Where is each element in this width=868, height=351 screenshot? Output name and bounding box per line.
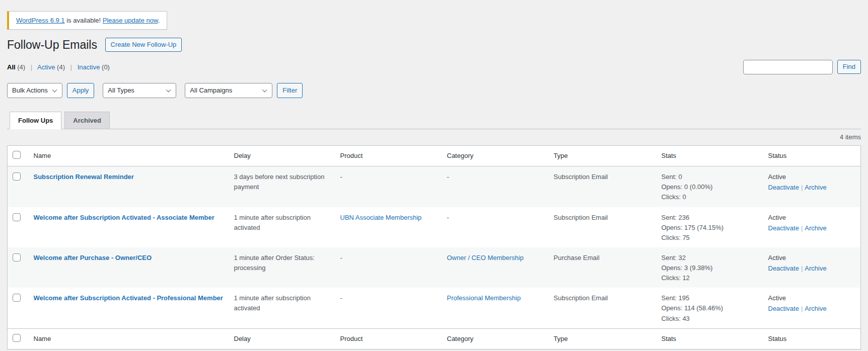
column-header-product: Product — [335, 145, 442, 166]
items-count: 4 items — [840, 133, 861, 141]
stats-cell: Sent: 0 Opens: 0 (0.00%) Clicks: 0 — [657, 166, 763, 207]
product-cell: - — [335, 166, 442, 207]
row-checkbox[interactable] — [13, 172, 21, 181]
action-separator: | — [801, 305, 803, 312]
type-cell: Subscription Email — [549, 288, 657, 328]
admin-content: WordPress 6.9.1 is available! Please upd… — [0, 0, 868, 349]
delay-cell: 1 minute after subscription activated — [229, 288, 335, 328]
stat-sent: Sent: 32 — [662, 253, 758, 263]
row-checkbox[interactable] — [13, 213, 21, 221]
update-notice: WordPress 6.9.1 is available! Please upd… — [7, 11, 167, 30]
deactivate-link[interactable]: Deactivate — [768, 224, 799, 232]
product-link[interactable]: UBN Associate Membership — [340, 214, 422, 221]
view-active[interactable]: Active — [37, 63, 55, 71]
stat-opens: Opens: 0 (0.00%) — [662, 182, 758, 192]
table-body: Subscription Renewal Reminder 3 days bef… — [8, 166, 861, 329]
email-name-link[interactable]: Welcome after Purchase - Owner/CEO — [34, 254, 152, 261]
campaign-filter-select[interactable]: All Campaigns — [185, 83, 272, 98]
create-new-follow-up-button[interactable]: Create New Follow-Up — [105, 38, 182, 52]
product-cell: - — [335, 247, 442, 288]
stat-sent: Sent: 236 — [662, 213, 758, 223]
status-badge: Active — [768, 214, 786, 221]
status-cell: Active Deactivate|Archive — [763, 166, 861, 207]
wordpress-version-link[interactable]: WordPress 6.9.1 — [16, 17, 65, 24]
view-separator: | — [31, 63, 32, 71]
stat-clicks: Clicks: 43 — [662, 314, 758, 324]
update-now-link[interactable]: Please update now — [103, 17, 158, 24]
tab-follow-ups[interactable]: Follow Ups — [10, 112, 61, 129]
notice-text: is available! — [65, 17, 103, 24]
view-all-count: (4) — [17, 63, 25, 71]
email-name-link[interactable]: Subscription Renewal Reminder — [34, 173, 134, 181]
action-separator: | — [801, 184, 803, 191]
bulk-actions-select[interactable]: Bulk Actions — [7, 83, 62, 98]
type-filter-select[interactable]: All Types — [103, 83, 176, 98]
table-row: Welcome after Subscription Activated - P… — [8, 288, 861, 328]
column-header-stats: Stats — [657, 145, 763, 166]
product-cell: - — [335, 288, 442, 328]
delay-cell: 1 minute after subscription activated — [229, 207, 335, 247]
column-footer-stats: Stats — [657, 328, 763, 349]
column-header-type: Type — [549, 145, 657, 166]
column-header-delay: Delay — [229, 145, 335, 166]
stat-sent: Sent: 0 — [662, 172, 758, 182]
email-name-link[interactable]: Welcome after Subscription Activated - P… — [34, 294, 223, 302]
table-row: Subscription Renewal Reminder 3 days bef… — [8, 166, 861, 207]
views-row: All (4) | Active (4) | Inactive (0) Find — [7, 60, 861, 74]
table-footer-row: Name Delay Product Category Type Stats S… — [8, 328, 861, 349]
column-header-category: Category — [442, 145, 549, 166]
tab-archived[interactable]: Archived — [64, 112, 110, 129]
find-button[interactable]: Find — [837, 60, 861, 74]
deactivate-link[interactable]: Deactivate — [768, 305, 799, 312]
stat-opens: Opens: 114 (58.46%) — [662, 303, 758, 313]
status-cell: Active Deactivate|Archive — [763, 288, 861, 328]
view-active-count: (4) — [57, 63, 65, 71]
archive-link[interactable]: Archive — [805, 265, 826, 272]
status-cell: Active Deactivate|Archive — [763, 247, 861, 288]
archive-link[interactable]: Archive — [805, 224, 826, 232]
search-input[interactable] — [743, 60, 833, 74]
email-name-link[interactable]: Welcome after Subscription Activated - A… — [34, 214, 214, 221]
page-header: Follow-Up Emails Create New Follow-Up — [7, 38, 861, 53]
deactivate-link[interactable]: Deactivate — [768, 265, 799, 272]
stats-cell: Sent: 195 Opens: 114 (58.46%) Clicks: 43 — [657, 288, 763, 328]
column-footer-status: Status — [763, 328, 861, 349]
status-cell: Active Deactivate|Archive — [763, 207, 861, 247]
category-cell: - — [442, 207, 549, 247]
column-footer-name: Name — [29, 328, 229, 349]
table-row: Welcome after Subscription Activated - A… — [8, 207, 861, 247]
select-all-checkbox[interactable] — [13, 334, 21, 342]
deactivate-link[interactable]: Deactivate — [768, 184, 799, 191]
product-cell: UBN Associate Membership — [335, 207, 442, 247]
search-box: Find — [743, 60, 861, 74]
filter-button[interactable]: Filter — [277, 83, 303, 98]
delay-cell: 1 minute after Order Status: processing — [229, 247, 335, 288]
apply-button[interactable]: Apply — [67, 83, 95, 98]
column-footer-type: Type — [549, 328, 657, 349]
campaign-filter-select-value: All Campaigns — [190, 86, 232, 94]
status-badge: Active — [768, 294, 786, 302]
category-link[interactable]: Owner / CEO Membership — [447, 254, 524, 261]
select-all-checkbox[interactable] — [13, 151, 21, 159]
status-badge: Active — [768, 173, 786, 181]
follow-up-emails-table: Name Delay Product Category Type Stats S… — [7, 145, 861, 349]
row-actions: Deactivate|Archive — [768, 223, 856, 233]
column-footer-product: Product — [335, 328, 442, 349]
delay-cell: 3 days before next subscription payment — [229, 166, 335, 207]
row-checkbox[interactable] — [13, 294, 21, 302]
category-cell: Professional Membership — [442, 288, 549, 328]
column-header-name: Name — [29, 145, 229, 166]
view-inactive[interactable]: Inactive — [78, 63, 100, 71]
archive-link[interactable]: Archive — [805, 184, 826, 191]
status-badge: Active — [768, 254, 786, 261]
row-actions: Deactivate|Archive — [768, 264, 856, 274]
category-link[interactable]: Professional Membership — [447, 294, 521, 302]
view-all[interactable]: All — [7, 63, 16, 71]
category-cell: Owner / CEO Membership — [442, 247, 549, 288]
row-checkbox[interactable] — [13, 253, 21, 261]
bulk-actions-toolbar: Bulk Actions Apply All Types All Campaig… — [7, 83, 861, 98]
type-filter-select-value: All Types — [108, 86, 134, 94]
archive-link[interactable]: Archive — [805, 305, 826, 312]
table-nav: 4 items — [7, 129, 861, 144]
stat-opens: Opens: 3 (9.38%) — [662, 263, 758, 273]
